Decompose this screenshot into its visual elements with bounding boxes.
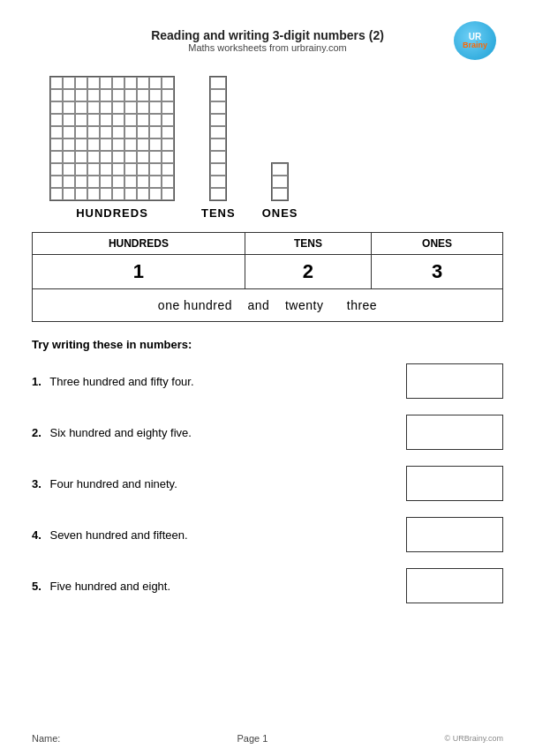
grid-cell	[112, 163, 124, 176]
col-ones-header: ONES	[372, 233, 503, 255]
writing-section: Try writing these in numbers: 1. Three h…	[32, 338, 503, 603]
grid-cell	[75, 77, 87, 89]
page-label: Page 1	[237, 733, 268, 744]
question-4-text: 4. Seven hundred and fifteen.	[32, 528, 406, 542]
number-table: HUNDREDS TENS ONES 1 2 3 one hundred and…	[32, 232, 503, 322]
logo: UR Brainy	[447, 21, 503, 60]
tens-block-group: document.currentScript.insertAdjacentHTM…	[201, 76, 236, 220]
question-3: 3. Four hundred and ninety.	[32, 466, 503, 501]
grid-cell	[137, 188, 149, 200]
grid-cell	[63, 77, 75, 89]
grid-cell	[149, 151, 162, 163]
grid-cell	[162, 101, 174, 114]
grid-cell	[63, 163, 75, 176]
grid-cell	[87, 101, 100, 114]
question-3-label: Four hundred and ninety.	[49, 477, 177, 490]
words-row: one hundred and twenty three	[33, 289, 503, 322]
grid-cell	[87, 126, 100, 138]
answer-box-1[interactable]	[406, 363, 503, 399]
grid-cell	[100, 77, 112, 89]
question-3-num: 3.	[32, 477, 41, 490]
grid-cell	[63, 114, 75, 126]
grid-cell	[100, 163, 112, 176]
logo-brainy-text: Brainy	[463, 41, 487, 49]
grid-cell	[87, 77, 100, 89]
ones-cell	[272, 188, 288, 200]
grid-cell	[50, 163, 63, 176]
grid-cell	[162, 163, 174, 176]
grid-cell	[63, 101, 75, 114]
answer-box-4[interactable]	[406, 517, 503, 552]
col-tens-header: TENS	[245, 233, 371, 255]
grid-cell	[112, 188, 124, 200]
grid-cell	[50, 176, 63, 188]
question-4-num: 4.	[32, 528, 41, 542]
grid-cell	[100, 176, 112, 188]
grid-cell	[149, 101, 162, 114]
tens-label: TENS	[201, 206, 236, 220]
grid-cell	[63, 188, 75, 200]
grid-cell	[50, 77, 63, 89]
answer-box-3[interactable]	[406, 466, 503, 501]
grid-cell	[162, 151, 174, 163]
grid-cell	[124, 89, 137, 101]
grid-cell	[137, 89, 149, 101]
grid-cell	[149, 176, 162, 188]
grid-cell	[124, 114, 137, 126]
grid-cell	[63, 138, 75, 151]
grid-cell	[162, 114, 174, 126]
logo-ur-text: UR	[469, 33, 481, 41]
tens-cell	[210, 89, 226, 101]
grid-cell	[137, 176, 149, 188]
answer-box-2[interactable]	[406, 415, 503, 450]
hundreds-label: HUNDREDS	[76, 206, 148, 220]
question-2-num: 2.	[32, 426, 41, 439]
grid-cell	[75, 138, 87, 151]
grid-cell	[149, 77, 162, 89]
grid-cell	[124, 77, 137, 89]
footer: Name: Page 1 © URBrainy.com	[32, 733, 503, 744]
grid-cell	[137, 138, 149, 151]
grid-cell	[75, 188, 87, 200]
grid-cell	[50, 138, 63, 151]
tens-cell	[210, 101, 226, 114]
answer-box-5[interactable]	[406, 568, 503, 603]
ones-cell	[272, 176, 288, 188]
grid-cell	[87, 138, 100, 151]
grid-cell	[137, 151, 149, 163]
grid-cell	[63, 151, 75, 163]
grid-cell	[50, 114, 63, 126]
grid-cell	[87, 188, 100, 200]
question-5-label: Five hundred and eight.	[49, 580, 170, 593]
header-text: Reading and writing 3-digit numbers (2) …	[88, 28, 447, 53]
grid-cell	[124, 138, 137, 151]
grid-cell	[75, 114, 87, 126]
grid-cell	[124, 126, 137, 138]
grid-cell	[112, 138, 124, 151]
logo-circle: UR Brainy	[454, 21, 496, 60]
grid-cell	[75, 89, 87, 101]
question-3-text: 3. Four hundred and ninety.	[32, 477, 406, 490]
hundreds-block-group: // Generate 100 cells document.currentSc…	[49, 76, 175, 220]
grid-cell	[162, 176, 174, 188]
question-4: 4. Seven hundred and fifteen.	[32, 517, 503, 552]
col-hundreds-header: HUNDREDS	[33, 233, 245, 255]
grid-cell	[87, 114, 100, 126]
ones-label: ONES	[262, 206, 298, 220]
grid-cell	[149, 126, 162, 138]
grid-cell	[100, 151, 112, 163]
grid-cell	[112, 114, 124, 126]
grid-cell	[137, 163, 149, 176]
header-subtitle: Maths worksheets from urbrainy.com	[88, 42, 447, 53]
tens-cell	[210, 188, 226, 200]
ones-block-group: document.currentScript.insertAdjacentHTM…	[262, 162, 298, 220]
grid-cell	[87, 176, 100, 188]
grid-cell	[162, 138, 174, 151]
question-5-text: 5. Five hundred and eight.	[32, 580, 406, 593]
question-5: 5. Five hundred and eight.	[32, 568, 503, 603]
grid-cell	[112, 101, 124, 114]
grid-cell	[100, 114, 112, 126]
grid-cell	[112, 151, 124, 163]
grid-cell	[149, 138, 162, 151]
tens-cell	[210, 126, 226, 138]
